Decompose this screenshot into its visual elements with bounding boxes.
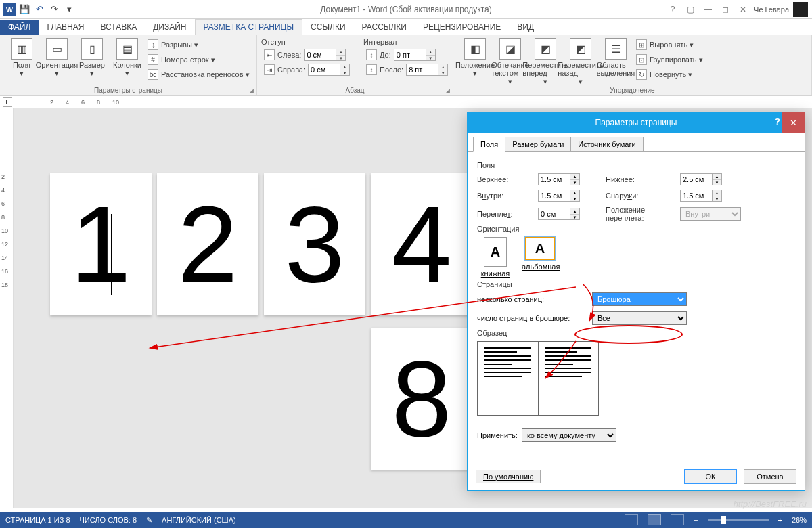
page-2[interactable]: 2 xyxy=(157,173,258,315)
rotate-button[interactable]: ↻Повернуть ▾ xyxy=(633,68,706,81)
tab-mailings[interactable]: РАССЫЛКИ xyxy=(354,20,415,35)
status-bar: СТРАНИЦА 1 ИЗ 8 ЧИСЛО СЛОВ: 8 ✎ АНГЛИЙСК… xyxy=(0,512,812,528)
page-setup-dialog: Параметры страницы ? ✕ Поля Размер бумаг… xyxy=(467,112,805,491)
spacing-label: Интервал xyxy=(363,38,451,46)
group-label-page-setup: Параметры страницы xyxy=(0,87,256,94)
ribbon-tabs: ФАЙЛ ГЛАВНАЯ ВСТАВКА ДИЗАЙН РАЗМЕТКА СТР… xyxy=(0,19,812,35)
indent-label: Отступ xyxy=(261,38,353,46)
word-app-icon: W xyxy=(3,3,16,16)
help-icon[interactable]: ? xyxy=(664,3,681,16)
undo-icon[interactable]: ↶ xyxy=(32,3,46,16)
section-pages: Страницы xyxy=(477,280,795,288)
ruler-toggle-icon[interactable]: L xyxy=(3,97,12,107)
orientation-landscape[interactable]: Aальбомная xyxy=(522,237,558,278)
indent-left: ⇤Слева:▲▼ xyxy=(261,47,353,62)
spacing-after-input[interactable] xyxy=(406,64,438,76)
label-apply-to: Применить: xyxy=(477,431,518,439)
zoom-out-icon[interactable]: − xyxy=(694,516,698,524)
dialog-tab-margins[interactable]: Поля xyxy=(473,137,505,152)
vertical-ruler[interactable]: 24681012141618 xyxy=(0,108,14,508)
label-top: Верхнее: xyxy=(477,175,531,183)
status-words[interactable]: ЧИСЛО СЛОВ: 8 xyxy=(80,516,137,524)
spacing-before: ↕До:▲▼ xyxy=(363,47,451,62)
columns-button[interactable]: ▤Колонки▾ xyxy=(110,37,145,81)
section-orientation: Ориентация xyxy=(477,225,795,233)
tab-home[interactable]: ГЛАВНАЯ xyxy=(39,20,92,35)
spacing-before-input[interactable] xyxy=(394,49,426,61)
zoom-slider[interactable] xyxy=(708,519,769,521)
dialog-tab-paper[interactable]: Размер бумаги xyxy=(505,137,571,152)
orientation-portrait[interactable]: Aкнижная xyxy=(477,237,514,278)
breaks-button[interactable]: ⤵Разрывы ▾ xyxy=(145,38,252,51)
group-button[interactable]: ⊡Группировать ▾ xyxy=(633,53,706,66)
group-label-arrange: Упорядочение xyxy=(453,87,811,94)
ribbon-options-icon[interactable]: ▢ xyxy=(682,3,698,16)
maximize-icon[interactable]: ◻ xyxy=(717,3,734,16)
preview-booklet xyxy=(477,341,599,416)
paragraph-launcher-icon[interactable]: ◢ xyxy=(445,87,450,94)
cancel-button[interactable]: Отмена xyxy=(744,469,796,484)
line-numbers-button[interactable]: #Номера строк ▾ xyxy=(145,53,252,66)
group-page-setup: ▥Поля▾ ▭Ориентация▾ ▯Размер▾ ▤Колонки▾ ⤵… xyxy=(0,35,257,95)
label-inside: Внутри: xyxy=(477,192,531,200)
label-gutter-pos: Положение переплета: xyxy=(606,206,673,222)
label-gutter: Переплет: xyxy=(477,210,531,218)
dialog-help-icon[interactable]: ? xyxy=(775,116,780,127)
input-outside-margin[interactable] xyxy=(680,190,713,202)
orientation-button[interactable]: ▭Ориентация▾ xyxy=(39,37,74,81)
view-read-mode[interactable] xyxy=(625,514,638,525)
section-margins: Поля xyxy=(477,161,795,169)
select-apply-to[interactable]: ко всему документу xyxy=(522,428,616,442)
margins-button[interactable]: ▥Поля▾ xyxy=(4,37,39,81)
input-inside-margin[interactable] xyxy=(538,190,570,202)
position-button[interactable]: ◧Положение▾ xyxy=(457,37,493,87)
ok-button[interactable]: ОК xyxy=(684,469,737,484)
zoom-in-icon[interactable]: + xyxy=(778,516,782,524)
size-button[interactable]: ▯Размер▾ xyxy=(74,37,110,81)
group-paragraph: Отступ ⇤Слева:▲▼ ⇥Справа:▲▼ Интервал ↕До… xyxy=(257,35,453,95)
user-name[interactable]: Че Гевара xyxy=(754,5,789,14)
tab-design[interactable]: ДИЗАЙН xyxy=(145,20,194,35)
qat-customize-icon[interactable]: ▾ xyxy=(62,3,76,16)
select-multiple-pages[interactable]: Брошюра xyxy=(592,292,687,306)
redo-icon[interactable]: ↷ xyxy=(47,3,61,16)
close-icon[interactable]: ✕ xyxy=(735,3,751,16)
page-setup-launcher-icon[interactable]: ◢ xyxy=(249,87,254,94)
page-4[interactable]: 4 xyxy=(371,173,472,315)
status-language[interactable]: АНГЛИЙСКИЙ (США) xyxy=(162,516,236,524)
view-web-layout[interactable] xyxy=(671,514,684,525)
dialog-titlebar[interactable]: Параметры страницы ? ✕ xyxy=(468,112,805,133)
dialog-close-icon[interactable]: ✕ xyxy=(782,112,805,133)
select-sheets-per-booklet[interactable]: Все xyxy=(592,311,687,325)
input-top-margin[interactable] xyxy=(538,173,570,185)
status-proofing-icon[interactable]: ✎ xyxy=(146,516,152,525)
ribbon: ▥Поля▾ ▭Ориентация▾ ▯Размер▾ ▤Колонки▾ ⤵… xyxy=(0,35,812,96)
indent-right-input[interactable] xyxy=(308,64,340,76)
tab-review[interactable]: РЕЦЕНЗИРОВАНИЕ xyxy=(415,20,509,35)
default-button[interactable]: По умолчанию xyxy=(476,470,541,483)
tab-references[interactable]: ССЫЛКИ xyxy=(302,20,353,35)
status-page[interactable]: СТРАНИЦА 1 ИЗ 8 xyxy=(5,516,70,524)
tab-view[interactable]: ВИД xyxy=(509,20,542,35)
view-print-layout[interactable] xyxy=(648,514,661,525)
save-icon[interactable]: 💾 xyxy=(18,3,31,16)
input-gutter[interactable] xyxy=(538,208,570,220)
send-backward-button[interactable]: ◩Переместить назад▾ xyxy=(563,37,598,87)
label-bottom: Нижнее: xyxy=(606,175,673,183)
tab-page-layout[interactable]: РАЗМЕТКА СТРАНИЦЫ xyxy=(195,19,303,35)
input-bottom-margin[interactable] xyxy=(680,173,713,185)
indent-left-input[interactable] xyxy=(304,49,336,61)
minimize-icon[interactable]: — xyxy=(700,3,716,16)
user-avatar[interactable] xyxy=(793,2,808,17)
page-1[interactable]: 1 xyxy=(50,173,152,315)
dialog-tab-source[interactable]: Источник бумаги xyxy=(570,137,643,152)
horizontal-ruler[interactable]: L 246810 xyxy=(0,96,812,108)
align-button[interactable]: ⊞Выровнять ▾ xyxy=(633,38,706,51)
tab-file[interactable]: ФАЙЛ xyxy=(0,20,39,35)
zoom-level[interactable]: 26% xyxy=(792,516,807,524)
page-8[interactable]: 8 xyxy=(371,328,472,470)
page-3[interactable]: 3 xyxy=(264,173,365,315)
selection-pane-button[interactable]: ☰Область выделения xyxy=(598,37,633,87)
tab-insert[interactable]: ВСТАВКА xyxy=(92,20,145,35)
hyphenation-button[interactable]: bcРасстановка переносов ▾ xyxy=(145,68,252,81)
